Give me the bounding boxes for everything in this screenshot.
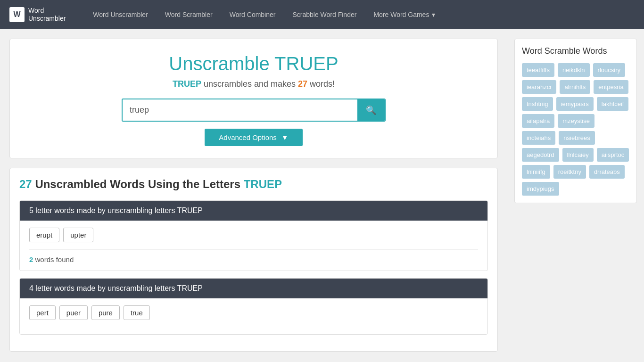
sidebar-tag[interactable]: mzeystise [558,114,594,128]
search-icon: 🔍 [366,106,376,115]
sidebar-title: Word Scramble Words [522,46,629,56]
count-number-5: 2 [29,255,33,263]
word-group-5-body: eruptupter 2 words found [20,221,487,271]
nav-links: Word Unscrambler Word Scrambler Word Com… [84,0,444,29]
page-title: Unscramble TRUEP [19,53,488,74]
navigation: W Word Unscrambler Word Unscrambler Word… [0,0,644,29]
sidebar-tag[interactable]: iemypasrs [556,97,594,111]
results-count: 27 [19,178,32,190]
hero-count: 27 [298,79,307,89]
word-tag[interactable]: puer [59,305,88,320]
word-tag[interactable]: erupt [29,228,59,242]
results-title-text: Unscrambled Words Using the Letters [35,178,243,190]
sidebar-tag[interactable]: rieikdkln [558,63,590,77]
advanced-label: Advanced Options [219,133,277,141]
main-content: Unscramble TRUEP TRUEP unscrambles and m… [0,29,507,361]
sidebar-tag[interactable]: llnlcaiey [562,148,594,162]
sidebar-tags: teeatfiffsrieikdklnrloucsiryiearahzcralr… [522,63,629,196]
word-group-5-header: 5 letter words made by unscrambling lett… [20,201,487,221]
sidebar-tag[interactable]: teeatfiffs [522,63,554,77]
nav-word-scrambler[interactable]: Word Scrambler [157,0,221,29]
sidebar-tag[interactable]: entpesria [594,80,628,94]
search-input[interactable] [123,99,357,121]
sidebar-tag[interactable]: rloucsiry [593,63,625,77]
sidebar-box: Word Scramble Words teeatfiffsrieikdklnr… [514,39,637,203]
word-group-4-header: 4 letter words made by unscrambling lett… [20,279,487,298]
word-count-5: 2 words found [29,249,478,263]
sidebar-tag[interactable]: nsiebrees [559,131,594,145]
logo-text: Word Unscrambler [28,7,66,23]
sidebar-tag[interactable]: ailapalra [522,114,554,128]
nav-more-dropdown[interactable]: More Word Games ▾ [365,0,444,29]
sidebar-tag[interactable]: drrateabs [589,165,625,179]
sidebar-tag[interactable]: alrnihlts [560,80,590,94]
hero-word: TRUEP [173,79,201,89]
hero-subtitle: TRUEP unscrambles and makes 27 words! [19,79,488,89]
word-group-5: 5 letter words made by unscrambling lett… [19,200,488,271]
word-tags-5: eruptupter [29,228,478,242]
nav-scrabble-finder[interactable]: Scrabble Word Finder [284,0,365,29]
chevron-down-icon: ▼ [281,133,289,141]
sidebar: Word Scramble Words teeatfiffsrieikdklnr… [507,29,644,361]
count-text-5: words found [35,255,74,263]
sidebar-tag[interactable]: lakhtceif [597,97,629,111]
nav-word-combiner[interactable]: Word Combiner [221,0,284,29]
results-letters: TRUEP [244,178,282,190]
hero-section: Unscramble TRUEP TRUEP unscrambles and m… [9,39,498,158]
search-button[interactable]: 🔍 [357,99,385,121]
sidebar-tag[interactable]: imdypiugs [522,182,559,196]
word-tag[interactable]: pure [91,305,120,320]
sidebar-tag[interactable]: roeitktny [553,165,586,179]
sidebar-tag[interactable]: aiisprtoc [597,148,629,162]
word-tag[interactable]: upter [63,228,93,242]
hero-text: unscrambles and makes [204,79,298,89]
word-tags-4: pertpuerpuretrue [29,305,478,320]
hero-end: words! [310,79,335,89]
nav-word-unscrambler[interactable]: Word Unscrambler [84,0,156,29]
logo-icon: W [9,7,25,22]
search-bar: 🔍 [122,99,386,122]
advanced-options-button[interactable]: Advanced Options ▼ [205,129,302,146]
logo-link[interactable]: W Word Unscrambler [9,7,66,23]
word-group-4-body: pertpuerpuretrue [20,298,487,334]
page-wrapper: Unscramble TRUEP TRUEP unscrambles and m… [0,29,644,361]
sidebar-tag[interactable]: iearahzcr [522,80,556,94]
word-tag[interactable]: true [124,305,150,320]
results-title: 27 Unscrambled Words Using the Letters T… [19,178,488,191]
word-tag[interactable]: pert [29,305,56,320]
word-group-4: 4 letter words made by unscrambling lett… [19,278,488,335]
chevron-down-icon: ▾ [432,11,435,18]
nav-more-label: More Word Games [373,11,429,18]
sidebar-tag[interactable]: tnshtriig [522,97,553,111]
sidebar-tag[interactable]: aegedotrd [522,148,559,162]
results-section: 27 Unscrambled Words Using the Letters T… [9,168,498,352]
sidebar-tag[interactable]: incteiahs [522,131,555,145]
sidebar-tag[interactable]: lnlniiifg [522,165,550,179]
